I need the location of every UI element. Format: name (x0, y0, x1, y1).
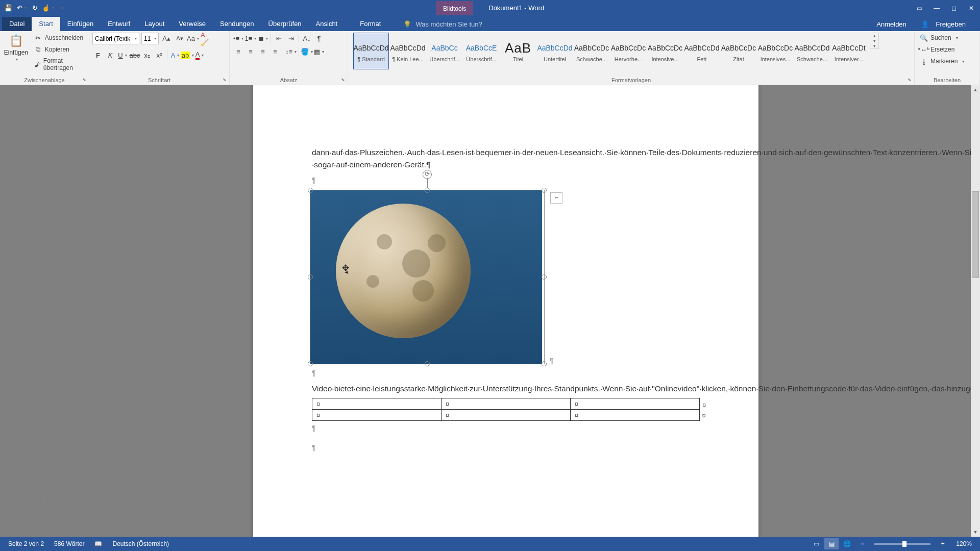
print-layout-icon[interactable]: ▤ (824, 538, 839, 549)
tell-me-search[interactable]: 💡 Was möchten Sie tun? (398, 17, 487, 31)
style-gallery-item[interactable]: AaBbCcDcSchwache... (574, 33, 609, 69)
resize-handle-bm[interactable] (425, 361, 430, 366)
decrease-indent-icon[interactable]: ⇤ (273, 33, 284, 44)
multilevel-list-icon[interactable]: ≣▾ (257, 33, 268, 44)
language-indicator[interactable]: Deutsch (Österreich) (107, 540, 174, 547)
table-row[interactable]: ¤ ¤ ¤ (312, 410, 700, 421)
web-layout-icon[interactable]: 🌐 (840, 538, 854, 549)
resize-handle-tm[interactable] (425, 188, 430, 193)
ribbon-display-options-icon[interactable]: ▭ (911, 2, 928, 14)
shading-icon[interactable]: 🪣▾ (301, 46, 312, 57)
style-gallery-item[interactable]: AaBbCcDtIntensiver... (831, 33, 867, 69)
resize-handle-tr[interactable] (542, 188, 547, 193)
table-row[interactable]: ¤ ¤ ¤ (312, 398, 700, 410)
file-tab[interactable]: Datei (2, 17, 32, 31)
select-button[interactable]: ⭳Markieren ▾ (918, 56, 966, 66)
copy-button[interactable]: ⧉Kopieren (32, 44, 86, 55)
body-paragraph[interactable]: dann·auf·das·Pluszeichen.·Auch·das·Lesen… (312, 146, 700, 171)
rotate-handle-icon[interactable]: ⟳ (423, 170, 432, 179)
numbering-icon[interactable]: 1≡▾ (245, 33, 256, 44)
style-gallery-item[interactable]: AaBbCcDd¶ Standard (353, 33, 389, 69)
qat-customize-icon[interactable]: ▾ (55, 2, 67, 14)
proofing-icon[interactable]: 📖 (89, 540, 107, 547)
grow-font-icon[interactable]: A▴ (161, 33, 172, 44)
replace-button[interactable]: ᵃ↔ᵇErsetzen (918, 44, 966, 55)
table-cell[interactable]: ¤ (571, 398, 700, 410)
home-tab[interactable]: Start (32, 17, 60, 31)
document-page[interactable]: dann·auf·das·Pluszeichen.·Auch·das·Lesen… (253, 85, 758, 537)
design-tab[interactable]: Entwurf (101, 17, 137, 31)
resize-handle-br[interactable] (542, 361, 547, 366)
table-cell[interactable]: ¤ (442, 410, 571, 421)
review-tab[interactable]: Überprüfen (261, 17, 309, 31)
redo-icon[interactable]: ↻ (29, 2, 41, 14)
subscript-icon[interactable]: x₂ (141, 49, 153, 61)
paragraph-mark[interactable]: ¶ (312, 442, 700, 454)
document-table[interactable]: ¤ ¤ ¤ ¤ ¤ ¤ (312, 398, 700, 421)
bold-icon[interactable]: F (92, 49, 104, 61)
strikethrough-icon[interactable]: abc (129, 49, 140, 61)
insert-tab[interactable]: Einfügen (60, 17, 101, 31)
cut-button[interactable]: ✂Ausschneiden (32, 33, 86, 43)
increase-indent-icon[interactable]: ⇥ (285, 33, 297, 44)
read-mode-icon[interactable]: ▭ (809, 538, 823, 549)
style-gallery-item[interactable]: AaBbCcDdSchwache... (794, 33, 830, 69)
bullets-icon[interactable]: •≡▾ (233, 33, 244, 44)
align-right-icon[interactable]: ≡ (257, 46, 268, 57)
touch-mode-icon[interactable]: ☝▾ (42, 2, 54, 14)
table-cell[interactable]: ¤ (442, 398, 571, 410)
change-case-icon[interactable]: Aa▾ (187, 33, 199, 44)
table-cell[interactable]: ¤ (312, 398, 442, 410)
highlight-icon[interactable]: ab▾ (182, 49, 193, 61)
style-gallery-item[interactable]: AaBbCcDdUntertitel (537, 33, 573, 69)
table-cell[interactable]: ¤ (571, 410, 700, 421)
resize-handle-mr[interactable] (542, 274, 547, 280)
word-count[interactable]: 586 Wörter (49, 540, 89, 547)
vertical-scrollbar[interactable]: ▲ ▼ (971, 85, 980, 537)
font-size-combo[interactable]: 11▾ (141, 33, 159, 44)
align-center-icon[interactable]: ≡ (245, 46, 256, 57)
document-scroll-area[interactable]: dann·auf·das·Pluszeichen.·Auch·das·Lesen… (0, 85, 980, 537)
layout-options-button[interactable]: ⌐ (550, 192, 562, 204)
minimize-icon[interactable]: — (928, 2, 945, 14)
style-gallery-item[interactable]: AaBbCcDcHervorhe... (610, 33, 646, 69)
paragraph-mark[interactable]: ¶ (312, 368, 700, 379)
layout-tab[interactable]: Layout (137, 17, 172, 31)
clipboard-dialog-launcher-icon[interactable]: ⬊ (81, 76, 88, 83)
text-effects-icon[interactable]: A▾ (169, 49, 181, 61)
mailings-tab[interactable]: Sendungen (213, 17, 261, 31)
paste-button[interactable]: 📋 Einfügen ▾ (3, 33, 29, 63)
page-indicator[interactable]: Seite 2 von 2 (3, 540, 49, 547)
format-tab[interactable]: Format (353, 17, 388, 31)
font-name-combo[interactable]: Calibri (Textk▾ (92, 33, 139, 44)
borders-icon[interactable]: ▦▾ (313, 46, 325, 57)
justify-icon[interactable]: ≡ (270, 46, 281, 57)
show-marks-icon[interactable]: ¶ (313, 33, 325, 44)
close-icon[interactable]: ✕ (963, 2, 980, 14)
paragraph-mark[interactable]: ¶ (312, 423, 700, 434)
moon-picture[interactable]: ✥ (310, 190, 542, 364)
expand-gallery-icon[interactable]: ▾ (870, 43, 878, 48)
body-paragraph[interactable]: Video·bietet·eine·leistungsstarke·Möglic… (312, 383, 700, 395)
superscript-icon[interactable]: x² (154, 49, 165, 61)
styles-gallery-more[interactable]: ▴ ▾ ▾ (870, 33, 879, 49)
style-gallery-item[interactable]: AaBbCcEÜberschrif... (463, 33, 499, 69)
font-dialog-launcher-icon[interactable]: ⬊ (221, 76, 228, 83)
style-gallery-item[interactable]: AaBbCcÜberschrif... (427, 33, 462, 69)
zoom-in-icon[interactable]: + (936, 538, 950, 549)
style-gallery-item[interactable]: AaBbCcDcIntensives... (757, 33, 793, 69)
share-button[interactable]: 👤 Freigeben (916, 17, 976, 31)
resize-handle-bl[interactable] (308, 361, 313, 366)
chevron-up-icon[interactable]: ▴ (870, 33, 878, 38)
style-gallery-item[interactable]: AaBbCcDcIntensive... (647, 33, 683, 69)
sort-icon[interactable]: A↓ (301, 33, 312, 44)
sign-in-link[interactable]: Anmelden (871, 17, 912, 31)
paragraph-dialog-launcher-icon[interactable]: ⬊ (339, 76, 347, 83)
clear-formatting-icon[interactable]: A🧹 (201, 33, 212, 44)
resize-handle-tl[interactable] (308, 188, 313, 193)
maximize-icon[interactable]: ◻ (945, 2, 963, 14)
chevron-down-icon[interactable]: ▾ (870, 38, 878, 43)
resize-handle-ml[interactable] (308, 274, 313, 280)
italic-icon[interactable]: K (105, 49, 116, 61)
zoom-level[interactable]: 120% (951, 540, 977, 547)
